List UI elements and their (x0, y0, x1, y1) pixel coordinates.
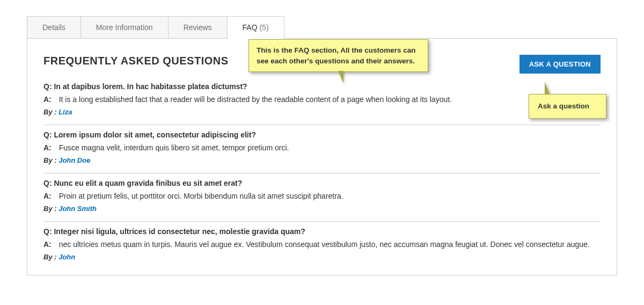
answer-text: It is a long established fact that a rea… (57, 95, 452, 104)
answer-prefix: A: (43, 143, 52, 152)
tab-label: FAQ (243, 23, 258, 32)
tab-label: More Information (96, 23, 153, 32)
author-link[interactable]: John Smith (58, 205, 97, 213)
question-text: In at dapibus lorem. In hac habitasse pl… (54, 82, 247, 91)
faq-item: Q: Integer nisi ligula, ultrices id cons… (43, 222, 601, 270)
question-prefix: Q: (43, 130, 54, 139)
answer-line: A: Fusce magna velit, interdum quis libe… (43, 143, 601, 152)
callout-text: Ask a question (538, 102, 589, 110)
question-text: Integer nisi ligula, ultrices id consect… (54, 227, 305, 236)
byline: By : John Smith (43, 205, 601, 213)
question-text: Nunc eu elit a quam gravida finibus eu s… (54, 179, 242, 187)
author-link[interactable]: John Doe (58, 156, 90, 164)
answer-line: A: It is a long established fact that a … (43, 95, 601, 104)
answer-text: Fusce magna velit, interdum quis libero … (57, 143, 289, 152)
by-prefix: By : (43, 108, 58, 116)
answer-line: A: nec ultricies metus quam in turpis. M… (43, 240, 601, 249)
faq-list: Q: In at dapibus lorem. In hac habitasse… (43, 77, 601, 270)
answer-prefix: A: (43, 240, 52, 249)
question-line: Q: In at dapibus lorem. In hac habitasse… (43, 82, 601, 91)
question-line: Q: Lorem ipsum dolor sit amet, consectet… (43, 130, 601, 139)
question-prefix: Q: (43, 227, 54, 236)
question-text: Lorem ipsum dolor sit amet, consectetur … (54, 130, 256, 139)
byline: By : Liza (43, 108, 601, 116)
ask-question-button[interactable]: ASK A QUESTION (519, 55, 601, 74)
callout-faq-description: This is the FAQ section, All the custome… (248, 39, 428, 72)
tab-label: Details (42, 23, 65, 32)
byline: By : John Doe (43, 156, 601, 164)
tab-reviews[interactable]: Reviews (168, 16, 228, 38)
answer-text: Proin at pretium felis, ut porttitor orc… (57, 192, 343, 200)
author-link[interactable]: Liza (58, 108, 72, 116)
tab-faq[interactable]: FAQ (5) (227, 16, 284, 39)
question-line: Q: Integer nisi ligula, ultrices id cons… (43, 227, 601, 236)
callout-ask-question: Ask a question (529, 94, 606, 119)
faq-item: Q: Lorem ipsum dolor sit amet, consectet… (43, 125, 601, 173)
answer-prefix: A: (43, 95, 52, 104)
question-line: Q: Nunc eu elit a quam gravida finibus e… (43, 179, 601, 187)
tab-label: Reviews (184, 23, 212, 32)
answer-prefix: A: (43, 192, 52, 200)
tab-count: (5) (259, 23, 268, 32)
byline: By : John (43, 253, 601, 261)
tab-details[interactable]: Details (27, 16, 81, 38)
by-prefix: By : (43, 253, 58, 261)
question-prefix: Q: (43, 82, 54, 91)
tab-more-information[interactable]: More Information (80, 16, 169, 38)
faq-item: Q: Nunc eu elit a quam gravida finibus e… (43, 173, 601, 222)
by-prefix: By : (43, 205, 58, 213)
by-prefix: By : (43, 156, 58, 164)
faq-panel: FREQUENTLY ASKED QUESTIONS ASK A QUESTIO… (27, 39, 617, 275)
callout-text: This is the FAQ section, All the custome… (257, 46, 416, 65)
callout-tail-icon (339, 71, 343, 83)
answer-line: A: Proin at pretium felis, ut porttitor … (43, 192, 601, 200)
page-root: This is the FAQ section, All the custome… (0, 0, 644, 275)
question-prefix: Q: (43, 179, 54, 187)
author-link[interactable]: John (58, 253, 75, 261)
answer-text: nec ultricies metus quam in turpis. Maur… (57, 240, 590, 249)
tab-bar: Details More Information Reviews FAQ (5) (27, 16, 617, 39)
faq-item: Q: In at dapibus lorem. In hac habitasse… (43, 77, 601, 125)
callout-tail-icon (545, 83, 550, 95)
